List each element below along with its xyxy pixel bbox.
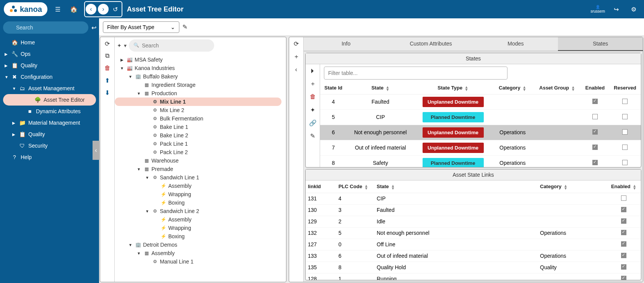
links-row[interactable]: 130 3 Faulted [306, 204, 641, 216]
collapse-sidebar-button[interactable]: ‹ [93, 141, 99, 160]
tree-row[interactable]: ▼ 🏢 Buffalo Bakery [115, 72, 286, 81]
history-icon[interactable]: ↺ [110, 3, 121, 16]
tree-search-input[interactable] [129, 39, 214, 52]
cell-reserved[interactable] [609, 140, 641, 155]
nav-item-material-management[interactable]: ▶ 📁 Material Management [0, 117, 99, 128]
move-down-icon[interactable]: ⬇ [103, 88, 112, 97]
links-col-category[interactable]: Category ▲▼ [538, 181, 607, 193]
tab-info[interactable]: Info [304, 37, 389, 51]
tree-row[interactable]: ▼ ▦ Premade [115, 165, 286, 173]
home-icon[interactable]: 🏠 [67, 3, 80, 16]
tree-row[interactable]: ⚙ Bake Line 2 [115, 131, 286, 140]
tree-row[interactable]: ▼ 🏭 Kanoa Industries [115, 64, 286, 72]
cell-reserved[interactable] [609, 109, 641, 125]
play-icon[interactable]: ⏵ [309, 67, 317, 75]
cell-enabled[interactable] [581, 140, 609, 155]
links-row[interactable]: 127 0 Off Line [306, 239, 641, 250]
cell-enabled[interactable] [581, 125, 609, 140]
tree-row[interactable]: ⚙ Bulk Fermentation [115, 114, 286, 123]
collapse-left-icon[interactable]: ‹ [292, 65, 301, 74]
tree-row[interactable]: ▼ ▦ Production [115, 89, 286, 98]
states-row[interactable]: 6 Not enough personnel Unplanned Downtim… [320, 125, 641, 140]
delete-icon[interactable]: 🗑 [103, 64, 112, 72]
tree-row[interactable]: ⚙ Pack Line 1 [115, 140, 286, 148]
nav-item-dynamic-attributes[interactable]: ■ Dynamic Attributes [0, 106, 99, 117]
cell-enabled[interactable] [607, 193, 641, 204]
refresh-icon[interactable]: ⟳ [103, 39, 112, 48]
tree-row[interactable]: ▼ ⚙ Sandwich Line 2 [115, 207, 286, 215]
menu-icon[interactable]: ☰ [51, 3, 64, 16]
cell-reserved[interactable] [609, 94, 641, 109]
states-col-reserved[interactable]: Reserved [609, 82, 641, 94]
nav-item-asset-management[interactable]: ▼ 🗂 Asset Management [0, 83, 99, 94]
edit-filter-icon[interactable]: ✎ [182, 23, 187, 31]
states-filter-input[interactable] [324, 67, 507, 80]
cell-enabled[interactable] [607, 227, 641, 239]
refresh-icon-2[interactable]: ⟳ [292, 39, 301, 48]
states-col-state-id[interactable]: State Id [320, 82, 347, 94]
move-up-icon[interactable]: ⬆ [103, 76, 112, 85]
tree-row[interactable]: ⚡ Assembly [115, 215, 286, 224]
cell-enabled[interactable] [581, 109, 609, 125]
links-row[interactable]: 135 8 Quality Hold Quality [306, 262, 641, 273]
cell-enabled[interactable] [581, 155, 609, 167]
tab-modes[interactable]: Modes [473, 37, 558, 51]
links-col-plc-code[interactable]: PLC Code ▲▼ [336, 181, 374, 193]
tree-row[interactable]: ⚙ Bake Line 1 [115, 123, 286, 131]
tree-row[interactable]: ⚙ Mix Line 2 [115, 106, 286, 114]
tree-row[interactable]: ⚡ Boxing [115, 232, 286, 241]
states-col-category[interactable]: Category ▲▼ [492, 82, 533, 94]
nav-item-quality[interactable]: ▶ 📋 Quality [0, 60, 99, 71]
cell-enabled[interactable] [607, 204, 641, 216]
nav-item-asset-tree-editor[interactable]: 🌳 Asset Tree Editor [3, 94, 96, 106]
tree-row[interactable]: ⚡ Boxing [115, 198, 286, 207]
nav-item-ops[interactable]: ▶ 🔧 Ops [0, 48, 99, 60]
cell-reserved[interactable] [609, 155, 641, 167]
tree-row[interactable]: ▼ ▦ Assembly [115, 249, 286, 257]
nav-search-input[interactable] [3, 21, 88, 34]
nav-item-configuration[interactable]: ▼ ✖ Configuration [0, 71, 99, 83]
states-col-asset-group[interactable]: Asset Group ▲▼ [533, 82, 581, 94]
tree-options-icon[interactable]: ✦ [117, 42, 122, 49]
nav-item-security[interactable]: 🛡 Security [0, 140, 99, 151]
filter-asset-type-select[interactable]: Filter By Asset Type ⌄ [103, 21, 179, 33]
tree-row[interactable]: ⚡ Wrapping [115, 190, 286, 198]
forward-button[interactable]: › [98, 4, 109, 15]
states-col-state-type[interactable]: State Type ▲▼ [414, 82, 492, 94]
cell-enabled[interactable] [607, 239, 641, 250]
cell-reserved[interactable] [609, 125, 641, 140]
tree-row[interactable]: ▼ ⚙ Sandwich Line 1 [115, 173, 286, 182]
states-col-enabled[interactable]: Enabled [581, 82, 609, 94]
add-icon[interactable]: ＋ [292, 52, 301, 61]
cell-enabled[interactable] [581, 94, 609, 109]
nav-item-quality[interactable]: ▶ 📋 Quality [0, 128, 99, 140]
search-reset-icon[interactable]: ↩ [91, 24, 96, 31]
links-row[interactable]: 133 6 Out of infeed material Operations [306, 250, 641, 262]
states-col-state[interactable]: State ▲▼ [347, 82, 415, 94]
copy-icon[interactable]: ⧉ [103, 52, 112, 60]
cell-enabled[interactable] [607, 216, 641, 227]
delete-state-icon[interactable]: 🗑 [309, 93, 317, 101]
tree-row[interactable]: ⚙ Pack Line 2 [115, 148, 286, 156]
states-row[interactable]: 8 Safety Planned Downtime Operations [320, 155, 641, 167]
cell-enabled[interactable] [607, 250, 641, 262]
links-row[interactable]: 129 2 Idle [306, 216, 641, 227]
tree-row[interactable]: ▶ 🏭 MSA Safety [115, 55, 286, 64]
states-row[interactable]: 4 Faulted Unplanned Downtime [320, 94, 641, 109]
tree-row[interactable]: ⚙ Mix Line 1 [115, 98, 281, 106]
tree-row[interactable]: ▦ Ingredient Storage [115, 81, 286, 89]
tree-row[interactable]: ⚡ Assembly [115, 182, 286, 190]
tree-row[interactable]: ▼ 🏢 Detroit Demos [115, 241, 286, 249]
back-button[interactable]: ‹ [86, 4, 96, 15]
tree-row[interactable]: ▦ Warehouse [115, 156, 286, 165]
cell-enabled[interactable] [607, 273, 641, 280]
cell-enabled[interactable] [607, 262, 641, 273]
edit-state-icon[interactable]: ✎ [309, 132, 317, 140]
states-row[interactable]: 7 Out of infeed material Unplanned Downt… [320, 140, 641, 155]
nav-item-help[interactable]: ? Help [0, 151, 99, 163]
unlink-icon[interactable]: ✦ [309, 106, 317, 114]
tab-states[interactable]: States [558, 37, 643, 51]
link-icon[interactable]: 🔗 [309, 119, 317, 127]
nav-item-home[interactable]: 🏠 Home [0, 37, 99, 48]
links-col-linkid[interactable]: linkId [306, 181, 336, 193]
